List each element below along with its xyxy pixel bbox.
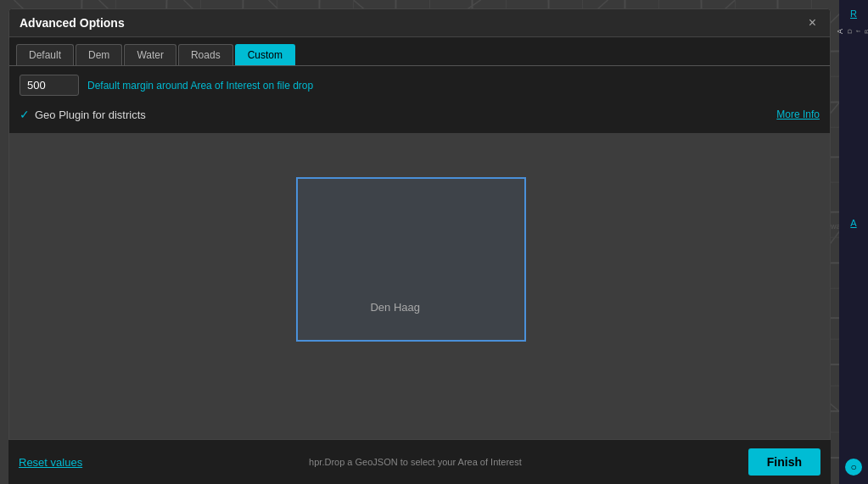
modal-close-button[interactable]: ×: [805, 16, 820, 30]
finish-button[interactable]: Finish: [748, 448, 820, 476]
selection-rectangle: [296, 177, 526, 342]
margin-value-input[interactable]: [20, 75, 79, 96]
sidebar-text-a: A DfB: [834, 25, 868, 37]
modal-title: Advanced Options: [20, 16, 125, 30]
margin-option-row: Default margin around Area of Interest o…: [20, 75, 820, 96]
tab-custom[interactable]: Custom: [235, 44, 295, 65]
bottom-hint-text: hpr.Drop a GeoJSON to select your Area o…: [309, 457, 522, 467]
map-preview-area[interactable]: Den Haag: [9, 133, 830, 449]
tab-dem[interactable]: Dem: [76, 44, 122, 65]
reset-values-link[interactable]: Reset values: [19, 456, 82, 469]
margin-hint-text: Default margin around Area of Interest o…: [87, 80, 313, 92]
right-sidebar: R A DfB A ○: [839, 0, 868, 484]
advanced-options-modal: Advanced Options × Default Dem Water Roa…: [8, 8, 831, 450]
tab-water[interactable]: Water: [124, 44, 176, 65]
sidebar-circle-button[interactable]: ○: [845, 459, 862, 476]
sidebar-link-r[interactable]: R: [848, 7, 859, 20]
geo-plugin-row: ✓ Geo Plugin for districts More Info: [20, 104, 820, 125]
sidebar-text-line1: A: [836, 29, 846, 34]
city-label: Den Haag: [370, 301, 420, 314]
tab-roads[interactable]: Roads: [178, 44, 233, 65]
checkmark-icon: ✓: [20, 108, 30, 121]
geo-plugin-label[interactable]: ✓ Geo Plugin for districts: [20, 108, 146, 121]
bottom-bar: Reset values hpr.Drop a GeoJSON to selec…: [8, 439, 831, 484]
geo-plugin-label-text: Geo Plugin for districts: [35, 108, 146, 121]
modal-options-content: Default margin around Area of Interest o…: [9, 66, 830, 133]
tab-default[interactable]: Default: [16, 44, 74, 65]
sidebar-text-line2: DfB: [845, 29, 868, 34]
sidebar-link-a-bottom[interactable]: A: [848, 216, 858, 230]
modal-header: Advanced Options ×: [9, 9, 830, 37]
more-info-link[interactable]: More Info: [776, 108, 820, 120]
tabs-row: Default Dem Water Roads Custom: [9, 37, 830, 66]
